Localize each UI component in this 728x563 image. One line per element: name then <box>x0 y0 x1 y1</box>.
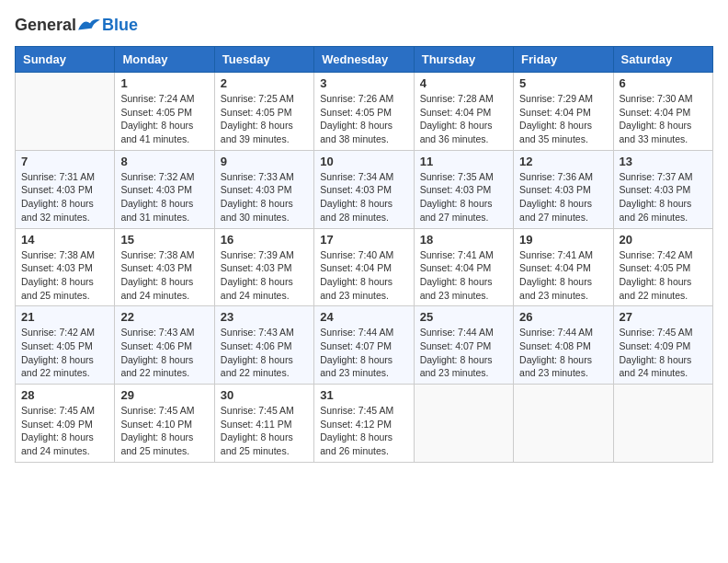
day-number: 19 <box>519 233 607 247</box>
weekday-header-friday: Friday <box>514 47 613 73</box>
calendar-cell: 12Sunrise: 7:36 AMSunset: 4:03 PMDayligh… <box>514 150 613 228</box>
day-info: Sunrise: 7:37 AMSunset: 4:03 PMDaylight:… <box>620 170 707 224</box>
weekday-header-tuesday: Tuesday <box>214 47 313 73</box>
day-info: Sunrise: 7:34 AMSunset: 4:03 PMDaylight:… <box>320 170 407 224</box>
calendar-cell: 31Sunrise: 7:45 AMSunset: 4:12 PMDayligh… <box>314 385 414 463</box>
day-info: Sunrise: 7:32 AMSunset: 4:03 PMDaylight:… <box>120 170 208 224</box>
logo-blue-text: Blue <box>102 16 138 35</box>
day-number: 29 <box>120 388 208 402</box>
calendar-cell: 8Sunrise: 7:32 AMSunset: 4:03 PMDaylight… <box>115 150 214 228</box>
day-info: Sunrise: 7:25 AMSunset: 4:05 PMDaylight:… <box>221 92 308 146</box>
calendar-week-row: 28Sunrise: 7:45 AMSunset: 4:09 PMDayligh… <box>16 385 713 463</box>
day-info: Sunrise: 7:43 AMSunset: 4:06 PMDaylight:… <box>120 326 208 380</box>
calendar-cell: 6Sunrise: 7:30 AMSunset: 4:04 PMDaylight… <box>613 73 712 151</box>
day-number: 1 <box>120 76 208 90</box>
calendar-cell: 17Sunrise: 7:40 AMSunset: 4:04 PMDayligh… <box>314 228 414 306</box>
day-number: 18 <box>420 233 507 247</box>
day-number: 22 <box>120 310 208 324</box>
day-number: 26 <box>519 310 607 324</box>
calendar-cell: 29Sunrise: 7:45 AMSunset: 4:10 PMDayligh… <box>115 385 214 463</box>
calendar-cell: 14Sunrise: 7:38 AMSunset: 4:03 PMDayligh… <box>16 228 115 306</box>
day-number: 23 <box>221 310 308 324</box>
calendar-cell <box>613 385 712 463</box>
calendar-cell: 15Sunrise: 7:38 AMSunset: 4:03 PMDayligh… <box>115 228 214 306</box>
calendar-cell: 25Sunrise: 7:44 AMSunset: 4:07 PMDayligh… <box>414 306 513 385</box>
calendar-cell: 16Sunrise: 7:39 AMSunset: 4:03 PMDayligh… <box>214 228 313 306</box>
day-info: Sunrise: 7:44 AMSunset: 4:08 PMDaylight:… <box>519 326 607 380</box>
day-info: Sunrise: 7:38 AMSunset: 4:03 PMDaylight:… <box>120 248 208 303</box>
day-number: 7 <box>21 155 108 168</box>
day-number: 11 <box>420 155 507 168</box>
day-number: 15 <box>120 233 208 247</box>
day-info: Sunrise: 7:43 AMSunset: 4:06 PMDaylight:… <box>221 326 308 380</box>
weekday-header-wednesday: Wednesday <box>314 47 414 73</box>
day-info: Sunrise: 7:40 AMSunset: 4:04 PMDaylight:… <box>320 248 407 303</box>
calendar-cell: 10Sunrise: 7:34 AMSunset: 4:03 PMDayligh… <box>314 150 414 228</box>
page-header: GeneralBlue <box>15 15 713 35</box>
calendar-cell: 1Sunrise: 7:24 AMSunset: 4:05 PMDaylight… <box>115 73 214 151</box>
day-info: Sunrise: 7:42 AMSunset: 4:05 PMDaylight:… <box>620 248 707 303</box>
day-info: Sunrise: 7:41 AMSunset: 4:04 PMDaylight:… <box>519 248 607 303</box>
day-info: Sunrise: 7:45 AMSunset: 4:09 PMDaylight:… <box>21 404 108 458</box>
day-number: 12 <box>519 155 607 168</box>
calendar-cell: 21Sunrise: 7:42 AMSunset: 4:05 PMDayligh… <box>16 306 115 385</box>
day-info: Sunrise: 7:30 AMSunset: 4:04 PMDaylight:… <box>620 92 707 146</box>
day-number: 13 <box>620 155 707 168</box>
day-number: 20 <box>620 233 707 247</box>
calendar-cell <box>16 73 115 151</box>
day-info: Sunrise: 7:29 AMSunset: 4:04 PMDaylight:… <box>519 92 607 146</box>
calendar-cell: 23Sunrise: 7:43 AMSunset: 4:06 PMDayligh… <box>214 306 313 385</box>
calendar-cell: 11Sunrise: 7:35 AMSunset: 4:03 PMDayligh… <box>414 150 513 228</box>
day-info: Sunrise: 7:35 AMSunset: 4:03 PMDaylight:… <box>420 170 507 224</box>
calendar-cell: 30Sunrise: 7:45 AMSunset: 4:11 PMDayligh… <box>214 385 313 463</box>
logo: GeneralBlue <box>15 15 138 35</box>
calendar-week-row: 14Sunrise: 7:38 AMSunset: 4:03 PMDayligh… <box>16 228 713 306</box>
day-number: 14 <box>21 233 108 247</box>
day-number: 4 <box>420 76 507 90</box>
day-info: Sunrise: 7:24 AMSunset: 4:05 PMDaylight:… <box>120 92 208 146</box>
calendar-cell <box>414 385 513 463</box>
day-number: 21 <box>21 310 108 324</box>
day-number: 24 <box>320 310 407 324</box>
logo-general-text: General <box>15 16 76 35</box>
calendar-cell: 22Sunrise: 7:43 AMSunset: 4:06 PMDayligh… <box>115 306 214 385</box>
calendar-header-row: SundayMondayTuesdayWednesdayThursdayFrid… <box>16 47 713 73</box>
calendar-cell: 5Sunrise: 7:29 AMSunset: 4:04 PMDaylight… <box>514 73 613 151</box>
weekday-header-sunday: Sunday <box>16 47 115 73</box>
calendar-table: SundayMondayTuesdayWednesdayThursdayFrid… <box>15 46 713 463</box>
weekday-header-thursday: Thursday <box>414 47 513 73</box>
calendar-cell: 9Sunrise: 7:33 AMSunset: 4:03 PMDaylight… <box>214 150 313 228</box>
day-number: 6 <box>620 76 707 90</box>
weekday-header-monday: Monday <box>115 47 214 73</box>
logo-bird-icon <box>76 15 102 35</box>
calendar-cell: 7Sunrise: 7:31 AMSunset: 4:03 PMDaylight… <box>16 150 115 228</box>
day-info: Sunrise: 7:26 AMSunset: 4:05 PMDaylight:… <box>320 92 407 146</box>
calendar-week-row: 21Sunrise: 7:42 AMSunset: 4:05 PMDayligh… <box>16 306 713 385</box>
day-number: 31 <box>320 388 407 402</box>
day-info: Sunrise: 7:45 AMSunset: 4:10 PMDaylight:… <box>120 404 208 458</box>
day-number: 17 <box>320 233 407 247</box>
day-number: 28 <box>21 388 108 402</box>
calendar-cell: 2Sunrise: 7:25 AMSunset: 4:05 PMDaylight… <box>214 73 313 151</box>
calendar-week-row: 1Sunrise: 7:24 AMSunset: 4:05 PMDaylight… <box>16 73 713 151</box>
day-number: 9 <box>221 155 308 168</box>
day-number: 8 <box>120 155 208 168</box>
calendar-week-row: 7Sunrise: 7:31 AMSunset: 4:03 PMDaylight… <box>16 150 713 228</box>
calendar-cell: 18Sunrise: 7:41 AMSunset: 4:04 PMDayligh… <box>414 228 513 306</box>
calendar-cell <box>514 385 613 463</box>
day-number: 30 <box>221 388 308 402</box>
weekday-header-saturday: Saturday <box>613 47 712 73</box>
day-info: Sunrise: 7:45 AMSunset: 4:09 PMDaylight:… <box>620 326 707 380</box>
day-number: 16 <box>221 233 308 247</box>
day-number: 27 <box>620 310 707 324</box>
calendar-cell: 20Sunrise: 7:42 AMSunset: 4:05 PMDayligh… <box>613 228 712 306</box>
calendar-cell: 27Sunrise: 7:45 AMSunset: 4:09 PMDayligh… <box>613 306 712 385</box>
day-info: Sunrise: 7:31 AMSunset: 4:03 PMDaylight:… <box>21 170 108 224</box>
day-info: Sunrise: 7:41 AMSunset: 4:04 PMDaylight:… <box>420 248 507 303</box>
day-info: Sunrise: 7:33 AMSunset: 4:03 PMDaylight:… <box>221 170 308 224</box>
calendar-cell: 13Sunrise: 7:37 AMSunset: 4:03 PMDayligh… <box>613 150 712 228</box>
day-number: 10 <box>320 155 407 168</box>
calendar-cell: 4Sunrise: 7:28 AMSunset: 4:04 PMDaylight… <box>414 73 513 151</box>
calendar-cell: 19Sunrise: 7:41 AMSunset: 4:04 PMDayligh… <box>514 228 613 306</box>
day-info: Sunrise: 7:45 AMSunset: 4:11 PMDaylight:… <box>221 404 308 458</box>
